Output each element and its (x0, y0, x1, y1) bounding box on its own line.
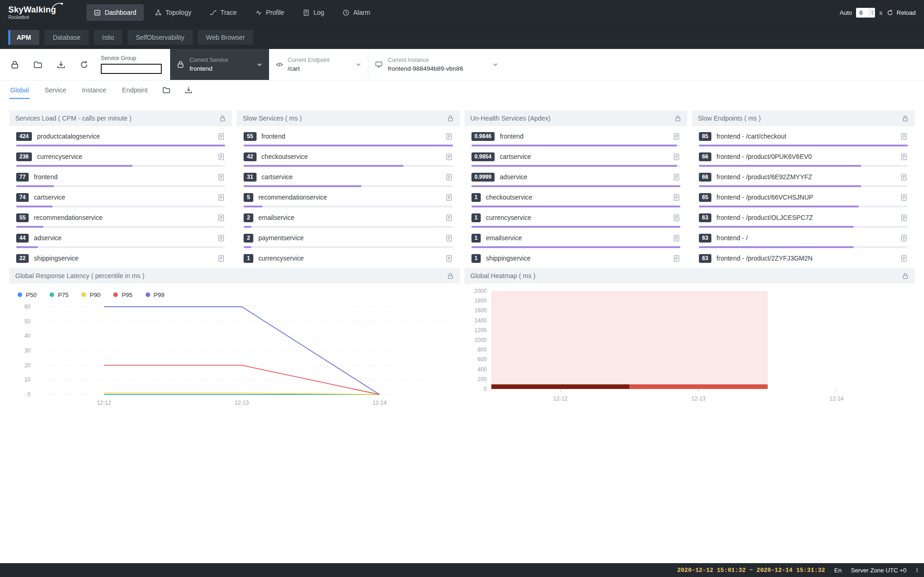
inspect-icon[interactable] (673, 153, 680, 161)
inspect-icon[interactable] (673, 173, 680, 181)
list-item[interactable]: 1emailservice (471, 228, 680, 248)
download-icon[interactable] (56, 60, 66, 69)
inspect-icon[interactable] (217, 255, 225, 262)
list-item[interactable]: 1checkoutservice (471, 187, 680, 207)
tab-instance[interactable]: Instance (81, 81, 107, 99)
skywalking-logo[interactable]: SkyWalking Rocketbot (8, 5, 56, 20)
inspect-icon[interactable] (673, 214, 680, 222)
inspect-icon[interactable] (217, 194, 225, 201)
lock-icon[interactable] (447, 115, 454, 122)
list-item[interactable]: 42checkoutservice (244, 146, 453, 167)
list-item[interactable]: 0.9854cartservice (471, 146, 680, 167)
list-item[interactable]: 66frontend - /product/6E92ZMYYFZ (699, 167, 908, 187)
list-item[interactable]: 63frontend - /product/2ZYFJ3GM2N (699, 248, 908, 265)
page-tab-web-browser[interactable]: Web Browser (198, 30, 253, 45)
page-tab-database[interactable]: Database (44, 30, 89, 45)
list-item[interactable]: 85frontend - /cart/checkout (699, 126, 908, 146)
inspect-icon[interactable] (217, 234, 225, 242)
legend-item[interactable]: P90 (81, 292, 100, 298)
language-toggle[interactable]: En (834, 567, 842, 574)
auto-refresh-input[interactable] (856, 8, 869, 18)
list-item[interactable]: 31cartservice (244, 167, 453, 187)
list-item[interactable]: 5recommendationservice (244, 187, 453, 207)
inspect-icon[interactable] (445, 214, 453, 222)
list-item[interactable]: 424productcatalogservice (16, 126, 225, 146)
inspect-icon[interactable] (217, 173, 225, 181)
list-item[interactable]: 55recommendationservice (16, 207, 225, 228)
svg-text:200: 200 (477, 376, 486, 383)
inspect-icon[interactable] (217, 214, 225, 222)
current-instance-selector[interactable]: Current Instance frontend-988494b89-vbn8… (368, 49, 505, 80)
list-item[interactable]: 2paymentservice (244, 228, 453, 248)
inspect-icon[interactable] (217, 133, 225, 140)
download-icon[interactable] (184, 86, 193, 94)
inspect-icon[interactable] (673, 255, 680, 262)
inspect-icon[interactable] (900, 214, 908, 222)
inspect-icon[interactable] (900, 153, 908, 161)
list-item[interactable]: 2emailservice (244, 207, 453, 228)
page-tab-apm[interactable]: APM (8, 30, 39, 45)
inspect-icon[interactable] (445, 173, 453, 181)
refresh-icon[interactable] (80, 60, 89, 69)
legend-item[interactable]: P99 (146, 292, 165, 298)
inspect-icon[interactable] (900, 173, 908, 181)
legend-item[interactable]: P95 (113, 292, 132, 298)
current-endpoint-selector[interactable]: </> Current Endpoint /cart (269, 49, 368, 80)
inspect-icon[interactable] (900, 194, 908, 201)
nav-item-topology[interactable]: Topology (147, 4, 199, 21)
current-service-selector[interactable]: Current Service frontend (170, 49, 269, 80)
inspect-icon[interactable] (673, 133, 680, 140)
tab-service[interactable]: Service (43, 81, 67, 99)
inspect-icon[interactable] (900, 255, 908, 262)
zone-stepper[interactable]: ▲▼ (916, 567, 918, 573)
list-item[interactable]: 236currencyservice (16, 146, 225, 167)
service-group-input[interactable] (101, 64, 162, 74)
legend-item[interactable]: P75 (49, 292, 68, 298)
list-item[interactable]: 1currencyservice (244, 248, 453, 265)
inspect-icon[interactable] (673, 234, 680, 242)
nav-item-trace[interactable]: Trace (202, 4, 244, 21)
inspect-icon[interactable] (900, 133, 908, 140)
lock-icon[interactable] (902, 115, 909, 122)
tab-endpoint[interactable]: Endpoint (121, 81, 148, 99)
nav-item-dashboard[interactable]: Dashboard (86, 4, 144, 21)
list-item[interactable]: 55frontend (244, 126, 453, 146)
nav-item-log[interactable]: Log (295, 4, 331, 21)
inspect-icon[interactable] (445, 133, 453, 140)
lock-icon[interactable] (10, 60, 19, 69)
folder-icon[interactable] (33, 60, 43, 69)
inspect-icon[interactable] (445, 194, 453, 201)
list-item[interactable]: 77frontend (16, 167, 225, 187)
list-item[interactable]: 0.9999adservice (471, 167, 680, 187)
lock-icon[interactable] (219, 115, 226, 122)
list-item[interactable]: 22shippingservice (16, 248, 225, 265)
list-item[interactable]: 65frontend - /product/66VCHSJNUP (699, 187, 908, 207)
list-item[interactable]: 0.9846frontend (471, 126, 680, 146)
lock-icon[interactable] (447, 273, 454, 279)
lock-icon[interactable] (902, 273, 909, 279)
inspect-icon[interactable] (673, 194, 680, 201)
list-item[interactable]: 1shippingservice (471, 248, 680, 265)
page-tab-istio[interactable]: Istio (94, 30, 122, 45)
inspect-icon[interactable] (445, 234, 453, 242)
auto-refresh-stepper[interactable]: ▲▼ (869, 8, 875, 18)
inspect-icon[interactable] (217, 153, 225, 161)
list-item[interactable]: 74cartservice (16, 187, 225, 207)
lock-icon[interactable] (674, 115, 681, 122)
list-item[interactable]: 63frontend - /product/OLJCESPC7Z (699, 207, 908, 228)
nav-item-profile[interactable]: Profile (248, 4, 292, 21)
tab-global[interactable]: Global (9, 81, 30, 99)
inspect-icon[interactable] (445, 153, 453, 161)
inspect-icon[interactable] (445, 255, 453, 262)
list-item[interactable]: 63frontend - / (699, 228, 908, 248)
inspect-icon[interactable] (900, 234, 908, 242)
nav-item-alarm[interactable]: Alarm (335, 4, 378, 21)
page-tab-selfobservability[interactable]: SelfObservability (128, 30, 193, 45)
time-range-picker[interactable]: 2020-12-12 15:01:32 ~ 2020-12-14 15:31:3… (677, 567, 825, 574)
list-item[interactable]: 44adservice (16, 228, 225, 248)
folder-icon[interactable] (162, 86, 171, 94)
legend-item[interactable]: P50 (18, 292, 37, 298)
list-item[interactable]: 1currencyservice (471, 207, 680, 228)
list-item[interactable]: 66frontend - /product/0PUK6V6EV0 (699, 146, 908, 167)
reload-button[interactable]: Reload (887, 9, 916, 16)
